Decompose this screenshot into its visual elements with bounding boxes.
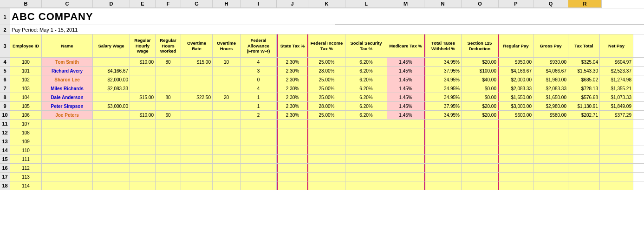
cell-overtime-rate[interactable] — [181, 120, 213, 128]
cell-employee-id[interactable]: 106 — [10, 111, 42, 119]
cell-gross-pay[interactable]: $1,650.00 — [533, 93, 568, 101]
cell-name[interactable] — [42, 164, 93, 172]
cell-regular-hourly-wage[interactable] — [130, 67, 156, 75]
cell-name[interactable]: Joe Peters — [42, 111, 93, 119]
cell-gross-pay[interactable]: $2,980.00 — [533, 102, 568, 110]
cell-social-security-tax[interactable] — [345, 181, 387, 190]
cell-federal-allowance[interactable]: 2 — [241, 111, 277, 119]
cell-name[interactable]: Peter Simpson — [42, 102, 93, 110]
cell-regular-hourly-wage[interactable] — [130, 75, 156, 84]
cell-tax-total[interactable]: $728.13 — [568, 84, 600, 93]
cell-net-pay[interactable] — [600, 146, 633, 154]
cell-medicare-tax[interactable]: 1.45% — [387, 58, 424, 66]
cell-name[interactable] — [42, 128, 93, 137]
cell-net-pay[interactable] — [600, 120, 633, 128]
cell-net-pay[interactable]: $1,073.33 — [600, 93, 633, 101]
cell-regular-hours-worked[interactable]: 60 — [156, 111, 181, 119]
cell-social-security-tax[interactable] — [345, 173, 387, 181]
cell-section125-deduction[interactable]: $40.00 — [462, 75, 499, 84]
cell-tax-total[interactable] — [568, 137, 600, 146]
cell-tax-total[interactable] — [568, 128, 600, 137]
cell-employee-id[interactable]: 108 — [10, 128, 42, 137]
cell-net-pay[interactable] — [600, 137, 633, 146]
cell-salary-wage[interactable] — [93, 137, 130, 146]
cell-salary-wage[interactable] — [93, 58, 130, 66]
cell-regular-hourly-wage[interactable] — [130, 173, 156, 181]
col-header-F[interactable]: F — [156, 0, 181, 8]
cell-medicare-tax[interactable] — [387, 164, 424, 172]
cell-federal-income-tax[interactable] — [308, 146, 345, 154]
cell-regular-pay[interactable]: $2,083.33 — [499, 84, 533, 93]
cell-overtime-rate[interactable] — [181, 84, 213, 93]
cell-state-tax[interactable]: 2.30% — [277, 93, 308, 101]
cell-state-tax[interactable] — [277, 137, 308, 146]
cell-social-security-tax[interactable] — [345, 164, 387, 172]
cell-regular-hourly-wage[interactable] — [130, 102, 156, 110]
cell-medicare-tax[interactable] — [387, 146, 424, 154]
cell-overtime-rate[interactable] — [181, 102, 213, 110]
cell-overtime-rate[interactable] — [181, 137, 213, 146]
cell-state-tax[interactable]: 2.30% — [277, 102, 308, 110]
cell-state-tax[interactable]: 2.30% — [277, 84, 308, 93]
cell-regular-hourly-wage[interactable] — [130, 181, 156, 190]
cell-total-taxes-withheld[interactable]: 34.95% — [424, 111, 462, 119]
cell-gross-pay[interactable] — [533, 164, 568, 172]
cell-section125-deduction[interactable] — [462, 164, 499, 172]
cell-employee-id[interactable]: 111 — [10, 155, 42, 163]
cell-state-tax[interactable]: 2.30% — [277, 75, 308, 84]
cell-tax-total[interactable]: $202.71 — [568, 111, 600, 119]
col-header-O[interactable]: O — [462, 0, 499, 8]
cell-overtime-rate[interactable] — [181, 128, 213, 137]
cell-regular-hourly-wage[interactable] — [130, 120, 156, 128]
cell-social-security-tax[interactable] — [345, 137, 387, 146]
cell-overtime-rate[interactable] — [181, 164, 213, 172]
cell-federal-income-tax[interactable] — [308, 173, 345, 181]
cell-overtime-rate[interactable] — [181, 173, 213, 181]
col-header-H[interactable]: H — [213, 0, 241, 8]
cell-state-tax[interactable] — [277, 155, 308, 163]
cell-regular-hours-worked[interactable] — [156, 146, 181, 154]
cell-tax-total[interactable] — [568, 120, 600, 128]
cell-tax-total[interactable]: $1,543.30 — [568, 67, 600, 75]
cell-salary-wage[interactable]: $3,000.00 — [93, 102, 130, 110]
cell-medicare-tax[interactable]: 1.45% — [387, 102, 424, 110]
cell-federal-income-tax[interactable]: 25.00% — [308, 75, 345, 84]
cell-regular-hourly-wage[interactable]: $15.00 — [130, 93, 156, 101]
cell-salary-wage[interactable] — [93, 128, 130, 137]
cell-medicare-tax[interactable]: 1.45% — [387, 111, 424, 119]
cell-overtime-hours[interactable] — [213, 137, 241, 146]
cell-employee-id[interactable]: 104 — [10, 93, 42, 101]
cell-regular-hours-worked[interactable] — [156, 120, 181, 128]
cell-state-tax[interactable] — [277, 146, 308, 154]
cell-salary-wage[interactable] — [93, 181, 130, 190]
cell-federal-allowance[interactable]: 1 — [241, 93, 277, 101]
cell-employee-id[interactable]: 103 — [10, 84, 42, 93]
cell-regular-hourly-wage[interactable] — [130, 164, 156, 172]
cell-total-taxes-withheld[interactable] — [424, 146, 462, 154]
cell-employee-id[interactable]: 114 — [10, 181, 42, 190]
cell-salary-wage[interactable]: $2,083.33 — [93, 84, 130, 93]
col-header-D[interactable]: D — [93, 0, 130, 8]
cell-total-taxes-withheld[interactable] — [424, 120, 462, 128]
cell-total-taxes-withheld[interactable]: 37.95% — [424, 102, 462, 110]
cell-regular-hours-worked[interactable] — [156, 128, 181, 137]
cell-regular-pay[interactable]: $3,000.00 — [499, 102, 533, 110]
cell-tax-total[interactable] — [568, 164, 600, 172]
cell-regular-hours-worked[interactable] — [156, 181, 181, 190]
cell-federal-allowance[interactable]: 3 — [241, 67, 277, 75]
cell-regular-hourly-wage[interactable]: $10.00 — [130, 111, 156, 119]
cell-regular-hours-worked[interactable] — [156, 137, 181, 146]
cell-overtime-hours[interactable] — [213, 67, 241, 75]
cell-gross-pay[interactable] — [533, 181, 568, 190]
cell-gross-pay[interactable] — [533, 137, 568, 146]
cell-medicare-tax[interactable]: 1.45% — [387, 93, 424, 101]
cell-employee-id[interactable]: 105 — [10, 102, 42, 110]
cell-section125-deduction[interactable]: $0.00 — [462, 84, 499, 93]
cell-total-taxes-withheld[interactable] — [424, 164, 462, 172]
cell-social-security-tax[interactable]: 6.20% — [345, 93, 387, 101]
cell-name[interactable] — [42, 120, 93, 128]
cell-overtime-rate[interactable] — [181, 111, 213, 119]
cell-total-taxes-withheld[interactable] — [424, 173, 462, 181]
col-header-C[interactable]: C — [42, 0, 93, 8]
cell-regular-hourly-wage[interactable] — [130, 146, 156, 154]
